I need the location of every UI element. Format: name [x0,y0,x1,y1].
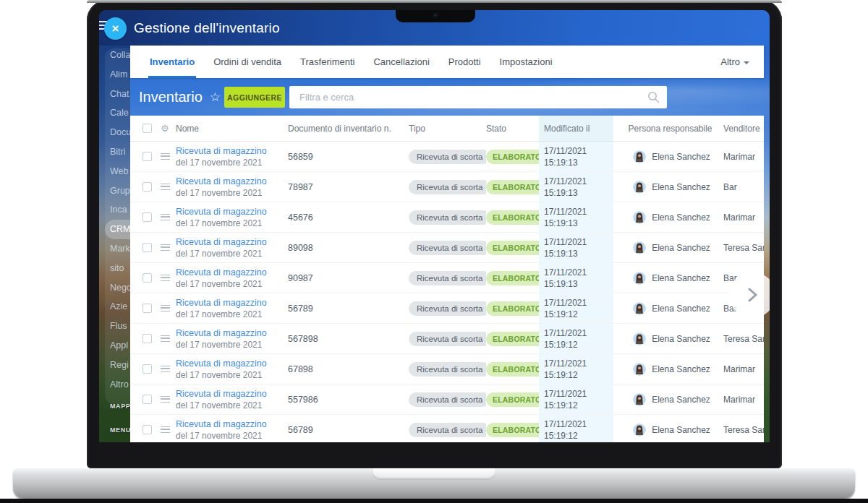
vendor-name: Bar [723,182,764,192]
row-menu-icon[interactable] [161,335,170,342]
column-header-persona[interactable]: Persona responsabile [628,124,712,134]
type-badge: Ricevuta di scorta [409,332,486,346]
row-menu-icon[interactable] [161,366,170,372]
sidebar-item[interactable]: Azie [105,297,130,317]
row-menu-icon[interactable] [161,214,170,220]
row-checkbox[interactable] [142,273,152,283]
document-link[interactable]: Ricevuta di magazzino [176,176,288,186]
table-row: Ricevuta di magazzino del 17 novembre 20… [130,263,764,293]
column-header-venditore[interactable]: Venditore [723,124,764,134]
sidebar-item[interactable]: Chat [105,85,130,104]
avatar [633,302,646,315]
modified-date: 17/11/2021 [544,206,613,218]
row-checkbox[interactable] [142,243,152,252]
favorite-star-icon[interactable]: ☆ [210,86,221,108]
sidebar-item[interactable]: Flus [105,317,130,336]
document-link[interactable]: Ricevuta di magazzino [176,146,288,156]
column-header-stato[interactable]: Stato [486,124,539,134]
document-link[interactable]: Ricevuta di magazzino [176,328,288,338]
document-link[interactable]: Ricevuta di magazzino [176,419,288,429]
avatar [633,181,646,194]
sidebar-item[interactable]: Inca [105,200,130,220]
row-checkbox[interactable] [142,212,152,222]
column-header-tipo[interactable]: Tipo [409,124,486,134]
page-title: Inventario [139,86,203,108]
vendor-name: Teresa Sanchez [723,425,764,435]
column-header-documento[interactable]: Documento di inventario n. [288,124,409,134]
document-link[interactable]: Ricevuta di magazzino [176,207,288,217]
row-checkbox[interactable] [142,425,152,434]
sidebar-item[interactable]: Regi [105,356,130,375]
modified-time: 15:19:13 [544,278,613,290]
sidebar-item[interactable]: Nego [105,278,130,298]
inventory-table: ⚙ Nome Documento di inventario n. Tipo S… [130,116,764,442]
tab[interactable]: Prodotti [448,46,481,78]
tab[interactable]: Inventario [150,46,195,78]
sidebar-item[interactable]: sito [105,259,130,278]
close-slider-button[interactable]: × [104,17,127,40]
document-link[interactable]: Ricevuta di magazzino [176,358,288,369]
document-link[interactable]: Ricevuta di magazzino [176,237,288,247]
row-menu-icon[interactable] [161,396,170,403]
sidebar-item[interactable]: Mark [105,239,130,259]
status-badge: ELABORATO [486,271,539,285]
tab[interactable]: Trasferimenti [300,46,354,78]
add-button[interactable]: AGGIUNGERE [224,87,285,108]
row-menu-icon[interactable] [161,305,170,311]
select-all-checkbox[interactable] [142,124,152,133]
sidebar-item-sitemap[interactable]: MAPPA [110,403,130,410]
document-date-label: del 17 novembre 2021 [176,279,288,289]
sidebar-item[interactable]: Bitri [105,142,130,162]
sidebar-item[interactable]: Alim [105,65,130,85]
status-badge: ELABORATO [486,210,539,225]
modified-time: 15:19:13 [544,218,613,229]
sidebar-item[interactable]: Grup [105,181,130,201]
modified-date: 17/11/2021 [544,418,613,430]
tab[interactable]: Cancellazioni [373,46,429,78]
tab[interactable]: Ordini di vendita [213,46,281,78]
tab-more[interactable]: Altro [720,46,749,78]
document-date-label: del 17 novembre 2021 [176,218,288,228]
responsible-person-name: Elena Sanchez [652,364,710,374]
type-badge: Ricevuta di scorta [409,362,486,377]
row-menu-icon[interactable] [161,426,170,433]
sidebar-item[interactable]: Altro [105,375,130,395]
table-row: Ricevuta di magazzino del 17 novembre 20… [130,293,764,324]
tab[interactable]: Impostazioni [500,46,553,78]
column-header-modificato[interactable]: Modificato il [544,124,613,134]
document-date-label: del 17 novembre 2021 [176,340,288,350]
row-checkbox[interactable] [142,364,152,374]
row-checkbox[interactable] [142,304,152,313]
responsible-person-name: Elena Sanchez [652,334,710,344]
gear-icon[interactable]: ⚙ [161,124,176,133]
row-checkbox[interactable] [142,395,152,404]
scroll-right-button[interactable] [729,272,770,318]
row-menu-icon[interactable] [161,184,170,190]
document-date-label: del 17 novembre 2021 [176,158,288,168]
document-link[interactable]: Ricevuta di magazzino [176,298,288,308]
row-checkbox[interactable] [142,182,152,192]
sidebar-item[interactable]: Cale [105,103,130,123]
vendor-name: Teresa Sanchez [723,243,764,253]
sidebar-item[interactable]: Colla [105,46,130,65]
sidebar-item[interactable]: Appl [105,336,130,356]
row-checkbox[interactable] [142,152,152,161]
search-icon[interactable] [647,91,660,103]
document-link[interactable]: Ricevuta di magazzino [176,267,288,278]
sidebar-item[interactable]: Web [105,162,130,181]
sidebar-item[interactable]: CRM [105,220,130,239]
sidebar-item[interactable]: Docu [105,123,130,142]
sidebar-item-menu-settings[interactable]: MENU [110,426,130,434]
search-input[interactable] [289,86,667,108]
column-header-nome[interactable]: Nome [176,124,288,134]
row-checkbox[interactable] [142,334,152,343]
document-number: 56859 [288,152,409,162]
modified-date: 17/11/2021 [544,267,613,278]
status-badge: ELABORATO [486,423,539,437]
document-link[interactable]: Ricevuta di magazzino [176,389,288,399]
vendor-name: Marimar [723,395,764,405]
row-menu-icon[interactable] [161,244,170,251]
row-menu-icon[interactable] [161,275,170,281]
row-menu-icon[interactable] [161,153,170,160]
vendor-name: Marimar [723,364,764,374]
